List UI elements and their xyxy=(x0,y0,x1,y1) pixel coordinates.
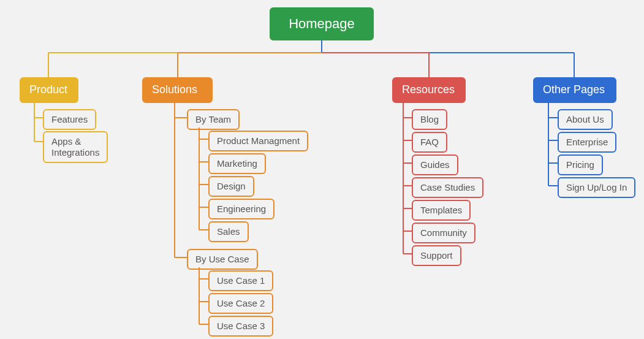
node-product-features: Features xyxy=(43,109,96,130)
node-res-support: Support xyxy=(412,245,461,266)
node-other-enterprise: Enterprise xyxy=(558,132,616,153)
node-res-guides: Guides xyxy=(412,154,458,175)
node-byteam-pm: Product Managment xyxy=(208,131,308,151)
node-resources: Resources xyxy=(392,77,466,103)
node-byteam-design: Design xyxy=(208,176,254,197)
node-other: Other Pages xyxy=(533,77,616,103)
node-res-blog: Blog xyxy=(412,109,447,130)
node-res-templates: Templates xyxy=(412,200,471,221)
node-byusecase: By Use Case xyxy=(187,249,258,270)
node-product-apps: Apps & Integrations xyxy=(43,131,108,163)
connector-lines xyxy=(0,0,644,339)
node-byteam-marketing: Marketing xyxy=(208,153,266,174)
node-other-about: About Us xyxy=(558,109,613,130)
node-other-signup: Sign Up/Log In xyxy=(558,177,635,198)
node-res-casestudies: Case Studies xyxy=(412,177,483,198)
node-usecase-2: Use Case 2 xyxy=(208,293,273,314)
node-byteam-engineering: Engineering xyxy=(208,199,275,219)
node-res-faq: FAQ xyxy=(412,132,447,153)
node-byteam: By Team xyxy=(187,109,240,130)
node-usecase-3: Use Case 3 xyxy=(208,316,273,337)
node-byteam-sales: Sales xyxy=(208,221,249,242)
node-other-pricing: Pricing xyxy=(558,154,603,175)
node-usecase-1: Use Case 1 xyxy=(208,270,273,291)
node-solutions: Solutions xyxy=(142,77,213,103)
node-homepage: Homepage xyxy=(270,7,374,40)
node-product: Product xyxy=(20,77,78,103)
node-res-community: Community xyxy=(412,223,475,243)
